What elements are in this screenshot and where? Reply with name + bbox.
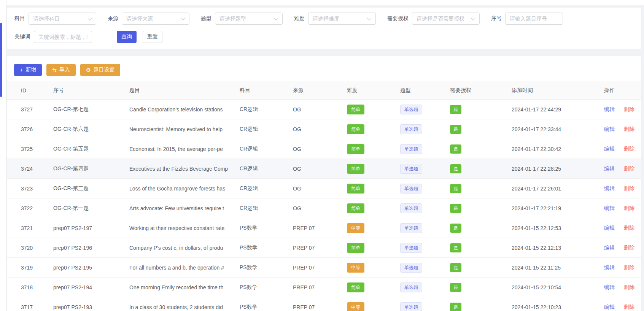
edit-link[interactable]: 编辑 (604, 304, 615, 310)
question-type-badge: 单选题 (400, 302, 422, 311)
cell-actions: 编辑删除 (604, 284, 641, 291)
cell-id: 3720 (21, 245, 53, 251)
cell-difficulty: 简单 (347, 164, 400, 174)
difficulty-badge: 简单 (347, 282, 364, 292)
cell-actions: 编辑删除 (604, 244, 641, 251)
cell-id: 3726 (21, 126, 53, 132)
sidebar-scrollbar-thumb[interactable] (0, 23, 2, 97)
need-auth-select-input[interactable] (412, 13, 480, 25)
cell-need-auth: 是 (450, 243, 512, 252)
cell-difficulty: 中等 (347, 263, 400, 273)
cell-subject: PS数学 (240, 304, 293, 311)
difficulty-badge: 中等 (347, 302, 364, 311)
question-type-label: 题型 (201, 15, 211, 22)
cell-serial: OG-CR-第四题 (53, 165, 129, 172)
table-toolbar: + 新增 ⇆ 导入 ⚙ 题目设置 (7, 56, 641, 81)
add-button[interactable]: + 新增 (14, 64, 42, 76)
need-auth-badge: 是 (450, 164, 461, 173)
table-row: 3717prep07 PS2-193In a class of 30 stude… (7, 297, 641, 311)
cell-difficulty: 简单 (347, 144, 400, 154)
serial-input[interactable] (505, 13, 563, 25)
source-select[interactable] (122, 13, 189, 25)
need-auth-label: 需要授权 (387, 15, 409, 22)
source-select-input[interactable] (122, 13, 189, 25)
cell-source: PREP 07 (293, 225, 347, 231)
question-type-select[interactable] (215, 13, 283, 25)
cell-serial: prep07 PS2-197 (53, 225, 129, 231)
cell-difficulty: 中等 (347, 223, 400, 233)
filter-need-auth: 需要授权 (387, 13, 480, 25)
filter-subject: 科目 (14, 13, 96, 25)
cell-title: Economist: In 2015, the average per-pe (129, 146, 240, 152)
cell-question-type: 单选题 (400, 124, 450, 134)
delete-link[interactable]: 删除 (624, 244, 634, 251)
cell-id: 3719 (21, 265, 53, 271)
subject-select-input[interactable] (29, 13, 96, 25)
question-type-badge: 单选题 (400, 263, 422, 273)
cell-id: 3723 (21, 186, 53, 192)
delete-link[interactable]: 删除 (624, 205, 634, 211)
edit-link[interactable]: 编辑 (604, 284, 615, 290)
cell-id: 3727 (21, 106, 53, 113)
need-auth-badge: 是 (450, 303, 461, 311)
header-title: 题目 (129, 87, 240, 94)
cell-added-time: 2024-01-17 22:26:01 (512, 186, 604, 192)
edit-link[interactable]: 编辑 (604, 165, 615, 171)
difficulty-badge: 简单 (347, 203, 364, 213)
cell-source: OG (293, 205, 347, 211)
cell-serial: prep07 PS2-193 (53, 304, 129, 310)
cell-serial: OG-CR-第五题 (53, 146, 129, 152)
edit-link[interactable]: 编辑 (604, 264, 615, 270)
table-row: 3725OG-CR-第五题Economist: In 2015, the ave… (7, 139, 641, 159)
cell-serial: OG-CR-第七题 (53, 106, 129, 113)
edit-link[interactable]: 编辑 (604, 126, 615, 132)
cell-source: OG (293, 166, 347, 172)
keyword-input[interactable] (34, 31, 92, 43)
search-button[interactable]: 查询 (117, 31, 137, 43)
reset-button[interactable]: 重置 (143, 31, 162, 43)
cell-difficulty: 简单 (347, 184, 400, 194)
edit-link[interactable]: 编辑 (604, 146, 615, 152)
table-row: 3726OG-CR-第六题Neuroscientist: Memory evol… (7, 119, 641, 139)
cell-title: One morning Emily recorded the time th (129, 284, 240, 290)
table-body: 3727OG-CR-第七题Candle Corporation's televi… (7, 100, 641, 311)
difficulty-select-input[interactable] (308, 13, 376, 25)
edit-link[interactable]: 编辑 (604, 225, 615, 231)
cell-source: PREP 07 (293, 245, 347, 251)
delete-link[interactable]: 删除 (624, 185, 634, 191)
difficulty-select[interactable] (308, 13, 376, 25)
delete-link[interactable]: 删除 (624, 146, 634, 152)
import-button[interactable]: ⇆ 导入 (46, 64, 76, 76)
cell-subject: PS数学 (240, 264, 293, 271)
question-type-select-input[interactable] (215, 13, 283, 25)
header-difficulty: 难度 (347, 87, 400, 94)
header-subject: 科目 (240, 87, 293, 94)
cell-question-type: 单选题 (400, 184, 450, 194)
cell-id: 3717 (21, 304, 53, 310)
delete-link[interactable]: 删除 (624, 264, 634, 270)
cell-serial: OG-CR-第三题 (53, 185, 129, 192)
edit-link[interactable]: 编辑 (604, 185, 615, 191)
difficulty-badge: 简单 (347, 105, 364, 114)
question-type-badge: 单选题 (400, 144, 422, 154)
cell-difficulty: 简单 (347, 243, 400, 253)
edit-link[interactable]: 编辑 (604, 205, 615, 211)
edit-link[interactable]: 编辑 (604, 244, 615, 251)
delete-link[interactable]: 删除 (624, 126, 634, 132)
filter-question-type: 题型 (201, 13, 283, 25)
subject-select[interactable] (29, 13, 96, 25)
cell-need-auth: 是 (450, 105, 512, 114)
delete-link[interactable]: 删除 (624, 284, 634, 290)
need-auth-select[interactable] (412, 13, 480, 25)
filter-panel: 科目 来源 题型 难度 (7, 8, 641, 49)
question-settings-button[interactable]: ⚙ 题目设置 (80, 64, 121, 76)
edit-link[interactable]: 编辑 (604, 106, 615, 112)
cell-need-auth: 是 (450, 204, 512, 213)
header-id: ID (21, 87, 53, 94)
delete-link[interactable]: 删除 (624, 165, 634, 171)
header-actions: 操作 (604, 87, 641, 94)
delete-link[interactable]: 删除 (624, 225, 634, 231)
delete-link[interactable]: 删除 (624, 304, 634, 310)
question-type-badge: 单选题 (400, 223, 422, 233)
delete-link[interactable]: 删除 (624, 106, 634, 112)
